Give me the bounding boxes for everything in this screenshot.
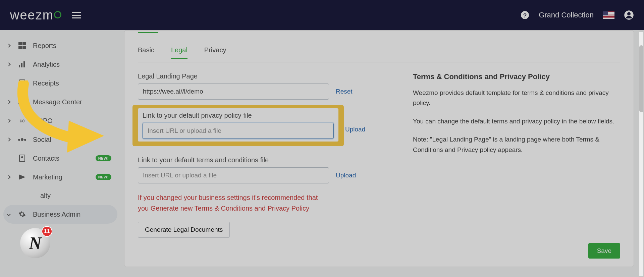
upload-terms-link[interactable]: Upload [336,172,356,179]
tab-basic[interactable]: Basic [138,46,154,59]
sidebar-item-label: Social [33,136,111,144]
reset-link[interactable]: Reset [336,88,353,95]
subtabs: Basic Legal Privacy [138,33,620,62]
sidebar-item-marketing[interactable]: Marketing NEW! [3,168,117,186]
message-icon [18,98,26,106]
chat-bubble[interactable]: N 11 [20,228,50,258]
scrollbar-thumb[interactable] [639,45,643,112]
sidebar-item-ropo[interactable]: ∞ ROPO [3,111,117,130]
sidebar-item-label: Receipts [33,79,111,87]
sidebar-item-label: Analytics [33,61,111,68]
terms-file-input[interactable] [138,167,329,183]
sidebar-item-message-center[interactable]: Message Center [3,93,117,111]
sidebar-item-label: alty [40,192,111,200]
sidebar-item-label: Business Admin [33,211,111,218]
social-icon [18,135,26,144]
chat-bubble-letter: N [29,233,42,253]
sidebar-item-label: Contacts [33,155,89,162]
svg-point-3 [627,12,631,15]
app-logo: weezm [10,8,62,22]
warning-text: If you changed your business settings it… [138,192,326,214]
dashboard-icon [18,42,26,50]
sidebar-item-reports[interactable]: Reports [3,36,117,55]
info-text: Note: "Legal Landing Page" is a landing … [413,134,620,155]
sidebar-item-social[interactable]: Social [3,130,117,149]
sidebar-item-contacts[interactable]: Contacts NEW! [3,149,117,168]
receipts-icon [18,79,26,87]
top-bar: weezm ? Grand Collection [0,0,644,30]
ropo-icon: ∞ [18,117,26,125]
sidebar-item-receipts[interactable]: Receipts [3,74,117,93]
privacy-file-input[interactable] [143,123,334,139]
collection-name[interactable]: Grand Collection [539,11,594,19]
tab-privacy[interactable]: Privacy [204,46,226,59]
marketing-icon [18,173,26,181]
tutorial-highlight: Link to your default privacy policy file [132,105,344,146]
landing-page-label: Legal Landing Page [138,72,373,80]
scrollbar[interactable] [639,32,643,276]
sidebar-item-label: ROPO [33,117,111,125]
tab-legal[interactable]: Legal [171,46,187,59]
analytics-icon [18,60,26,68]
sidebar: Reports Analytics Receipts Message Cente… [0,30,121,277]
hamburger-menu-icon[interactable] [72,12,81,18]
svg-text:?: ? [523,12,527,19]
sidebar-item-business-admin[interactable]: Business Admin [3,205,117,224]
flag-us-icon[interactable] [603,11,614,19]
new-badge: NEW! [96,155,111,161]
sidebar-item-label: Message Center [33,98,111,106]
save-button[interactable]: Save [588,243,620,259]
info-title: Terms & Conditions and Privacy Policy [413,72,620,81]
active-top-tab-indicator [138,32,158,33]
generate-legal-button[interactable]: Generate Legal Documents [138,222,230,238]
landing-page-input[interactable] [138,84,329,100]
settings-card: Basic Legal Privacy Legal Landing Page R… [124,30,634,267]
notification-badge: 11 [42,226,52,237]
contacts-icon [18,154,26,162]
sidebar-item-loyalty[interactable]: alty [3,186,117,205]
sidebar-item-label: Marketing [33,173,89,181]
account-icon[interactable] [624,10,634,20]
sidebar-item-analytics[interactable]: Analytics [3,55,117,74]
info-text: You can change the default terms and pri… [413,116,620,126]
privacy-file-label: Link to your default privacy policy file [143,112,334,119]
new-badge: NEW! [96,174,111,180]
info-text: Weezmo provides default template for ter… [413,88,620,108]
terms-file-label: Link to your default terms and condition… [138,156,373,164]
upload-privacy-link[interactable]: Upload [345,126,365,133]
help-icon[interactable]: ? [521,11,529,19]
gear-icon [18,210,26,218]
sidebar-item-label: Reports [33,42,111,50]
